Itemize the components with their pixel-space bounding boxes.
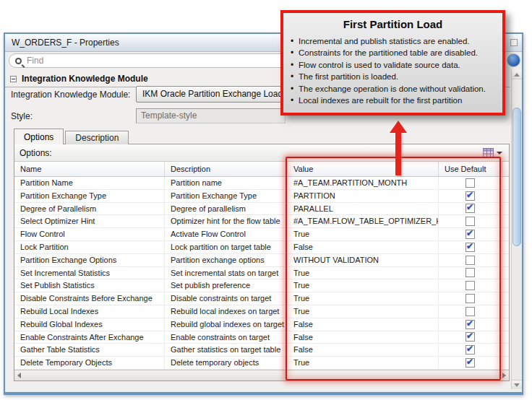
cell-use-default [439,357,502,369]
vertical-scrollbar[interactable] [511,70,522,389]
callout-bullet: Local indexes are rebuilt for the first … [289,95,497,106]
scroll-down-button[interactable] [512,380,522,389]
table-row: Partition Exchange Type Partition Exchan… [14,190,509,203]
use-default-checkbox[interactable] [466,307,475,316]
use-default-checkbox[interactable] [466,268,475,277]
use-default-checkbox[interactable] [466,191,475,201]
cell-name: Flow Control [14,228,165,240]
cell-filler [502,241,509,253]
table-row: Set Incremental Statistics Set increment… [14,267,509,280]
tab-bar: Options Description [14,129,129,144]
cell-value[interactable]: True [288,267,439,279]
cell-description: Lock partition on target table [165,241,288,253]
use-default-checkbox[interactable] [466,345,475,355]
use-default-checkbox[interactable] [466,204,475,213]
cell-value[interactable]: True [288,292,439,305]
callout-bullet: The first partition is loaded. [289,71,497,82]
callout-bullet: Constraints for the partitioned table ar… [289,47,497,58]
cell-description: Partition name [165,177,288,189]
cell-name: Disable Constraints Before Exchange [14,292,165,305]
use-default-checkbox[interactable] [466,178,475,188]
use-default-checkbox[interactable] [466,217,475,226]
cell-description: Optimizer hint for the flow table [165,215,288,227]
scroll-left-icon[interactable] [17,373,21,378]
cell-name: Set Publish Statistics [14,279,165,292]
cell-name: Partition Exchange Options [14,254,165,266]
properties-content: Integration Knowledge Module Integration… [5,70,510,389]
scroll-up-button[interactable] [512,70,522,79]
column-header-name[interactable]: Name [14,162,165,176]
tab-description[interactable]: Description [65,131,129,144]
cell-value[interactable]: #A_TEAM.PARTITION_MONTH [288,177,439,189]
cell-filler [502,331,509,344]
use-default-checkbox[interactable] [466,320,475,329]
cell-filler [502,177,509,189]
cell-description: Delete temporary objects [165,357,288,369]
cell-value[interactable]: PARTITION [288,190,439,202]
cell-filler [502,344,509,356]
ikm-dropdown[interactable]: IKM Oracle Partition Exchange Load [136,86,286,103]
help-round-button[interactable] [507,53,520,67]
table-row: Rebuild Local Indexes Rebuild local inde… [14,305,509,318]
cell-value[interactable]: PARALLEL [288,203,439,215]
cell-value[interactable]: #A_TEAM.FLOW_TABLE_OPTIMIZER_HINT [288,215,439,227]
cell-value[interactable]: False [288,344,439,356]
panel-menu-button[interactable] [510,39,518,46]
style-label: Style: [11,111,33,121]
use-default-checkbox[interactable] [466,358,475,368]
cell-filler [502,190,509,202]
table-row: Partition Name Partition name #A_TEAM.PA… [14,177,509,190]
cell-filler [502,228,509,240]
cell-value[interactable]: True [288,228,439,240]
callout-bullet-list: Incremental and publish statistics are e… [289,35,497,106]
cell-value[interactable]: False [288,318,439,331]
window-title: W_ORDERS_F - Properties [12,38,119,48]
table-row: Rebuild Global Indexes Rebuild global in… [14,318,509,331]
cell-use-default [439,203,502,215]
callout-title: First Partition Load [289,18,497,30]
cell-description: Set incremental stats on target [165,267,288,279]
column-header-description[interactable]: Description [165,162,288,176]
cell-value[interactable]: False [288,241,439,253]
use-default-checkbox[interactable] [466,243,475,252]
table-row: Enable Constraints After Exchange Enable… [14,331,509,344]
table-settings-button[interactable] [481,147,504,158]
search-icon [15,58,22,64]
table-row: Disable Constraints Before Exchange Disa… [14,292,509,305]
cell-description: Disable constraints on target [165,292,288,305]
column-header-value[interactable]: Value [288,162,439,176]
screenshot-canvas: W_ORDERS_F - Properties Find Integration… [0,0,532,400]
cell-description: Activate Flow Control [165,228,288,240]
cell-description: Partition exchange options [165,254,288,266]
use-default-checkbox[interactable] [466,332,475,342]
table-header: Name Description Value Use Default [14,162,509,177]
cell-value[interactable]: False [288,331,439,344]
cell-name: Partition Name [14,177,165,189]
cell-use-default [439,177,502,189]
cell-name: Select Optimizer Hint [14,215,165,227]
tab-options[interactable]: Options [14,129,64,144]
cell-description: Gather statistics on target table [165,344,288,356]
use-default-checkbox[interactable] [466,230,475,239]
cell-value[interactable]: True [288,279,439,292]
cell-value[interactable]: True [288,357,439,369]
cell-use-default [439,305,502,318]
scroll-right-icon[interactable] [502,373,506,378]
cell-description: Partition Exchange Type [165,190,288,202]
cell-use-default [439,292,502,305]
table-body: Partition Name Partition name #A_TEAM.PA… [14,177,509,370]
use-default-checkbox[interactable] [466,281,475,290]
horizontal-scrollbar[interactable] [14,370,509,381]
callout-bullet: The exchange operation is done without v… [289,83,497,95]
use-default-checkbox[interactable] [466,294,475,303]
scroll-down-icon [514,383,520,387]
collapse-minus-icon[interactable] [10,76,17,82]
use-default-checkbox[interactable] [466,256,475,265]
cell-value[interactable]: WITHOUT VALIDATION [288,254,439,266]
cell-name: Enable Constraints After Exchange [14,331,165,344]
search-placeholder: Find [27,56,43,66]
cell-value[interactable]: True [288,305,439,318]
vertical-scrollbar-thumb[interactable] [512,108,521,246]
column-header-use-default[interactable]: Use Default [439,162,502,176]
cell-use-default [439,279,502,292]
